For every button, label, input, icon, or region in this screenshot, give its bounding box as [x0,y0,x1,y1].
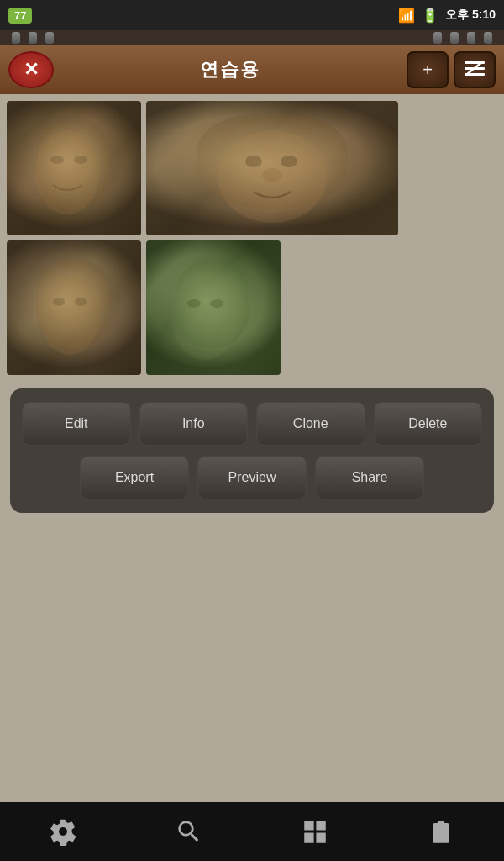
title-bar: ✕ 연습용 + [0,45,504,94]
delete-button[interactable]: Delete [374,402,483,446]
content-area [0,520,504,827]
svg-point-8 [245,156,262,167]
menu-row-1: Edit Info Clone Delete [22,402,482,446]
share-button[interactable]: Share [315,456,424,499]
close-icon: ✕ [24,61,39,79]
svg-point-6 [74,156,87,164]
connector-dot [484,32,492,44]
photo-item[interactable] [146,240,281,375]
edit-label: Edit [65,416,88,431]
preview-label: Preview [228,470,276,485]
photo-item[interactable] [7,101,141,235]
clone-label: Clone [293,416,328,431]
connector-dots-right [433,32,492,44]
connector-dot [467,32,475,44]
photo-detail [7,101,141,235]
tasks-nav-button[interactable] [412,806,470,857]
settings-nav-button[interactable] [34,806,92,857]
page-title: 연습용 [200,57,260,82]
svg-point-9 [281,156,297,167]
gear-icon [49,817,77,846]
photo-grid [0,94,504,382]
status-right: 📶 🔋 오후 5:10 [398,8,496,24]
menu-row-2: Export Preview Share [22,456,482,499]
photo-detail [146,240,281,375]
connector-bar [0,30,504,45]
search-nav-button[interactable] [160,806,218,857]
svg-point-5 [50,156,64,164]
svg-point-14 [171,272,239,360]
bottom-nav [0,802,504,861]
info-label: Info [182,416,205,431]
add-button[interactable]: + [407,51,449,88]
svg-point-13 [75,298,87,306]
delete-label: Delete [408,416,447,431]
grid-icon [301,817,329,846]
preview-button[interactable]: Preview [197,456,307,499]
share-label: Share [352,470,388,485]
svg-point-16 [210,299,223,308]
title-actions: + [407,51,496,88]
menu-icon [465,60,485,81]
connector-dot [433,32,442,44]
edit-button[interactable]: Edit [22,402,131,446]
svg-point-15 [187,299,201,308]
photo-item[interactable] [146,101,398,235]
status-bar: 77 📶 🔋 오후 5:10 [0,0,504,30]
search-icon [175,817,203,846]
connector-dot [45,32,54,44]
photo-detail [146,101,398,235]
photo-detail [7,240,141,375]
menu-button[interactable] [454,51,496,88]
battery-icon: 🔋 [422,8,438,24]
svg-point-11 [39,274,100,355]
connector-dot [29,32,37,44]
svg-point-10 [262,168,282,182]
grid-nav-button[interactable] [286,806,344,857]
svg-point-12 [53,298,65,306]
connector-dots-left [12,32,54,44]
status-left: 77 [8,8,32,24]
tasks-icon [427,817,455,846]
clone-button[interactable]: Clone [256,402,365,446]
svg-point-4 [35,130,99,214]
context-menu: Edit Info Clone Delete Export Preview Sh… [10,388,494,513]
wifi-icon: 📶 [398,8,415,24]
battery-percent: 77 [8,8,32,24]
export-button[interactable]: Export [80,456,189,499]
plus-icon: + [423,61,433,80]
photo-item[interactable] [7,240,141,375]
export-label: Export [115,470,154,485]
info-button[interactable]: Info [139,402,249,446]
connector-dot [12,32,20,44]
connector-dot [450,32,459,44]
close-button[interactable]: ✕ [8,51,54,88]
time-display: 오후 5:10 [445,8,496,23]
